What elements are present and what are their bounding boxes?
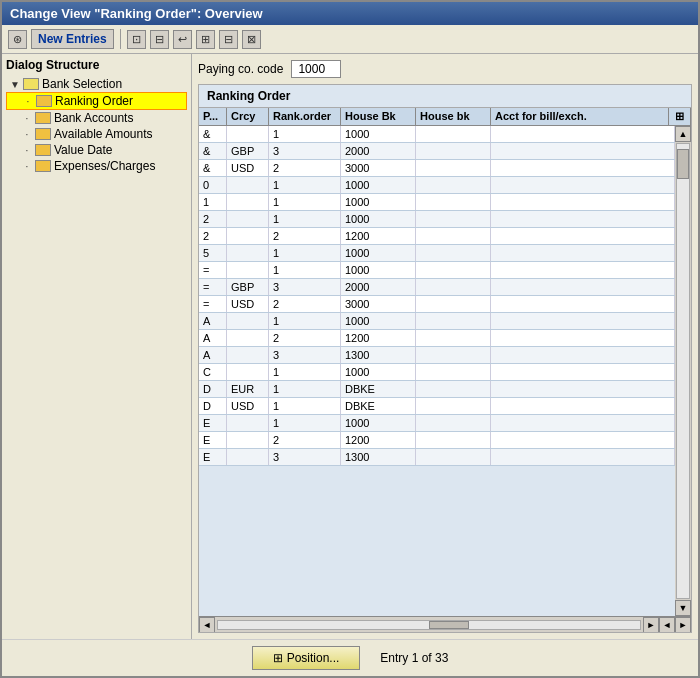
sidebar-item-expenses-charges[interactable]: · Expenses/Charges <box>6 158 187 174</box>
cell-hbk2 <box>416 160 491 176</box>
cell-hbk2 <box>416 449 491 465</box>
main-area: Dialog Structure ▼ Bank Selection · Rank… <box>2 54 698 639</box>
sidebar-item-available-amounts[interactable]: · Available Amounts <box>6 126 187 142</box>
h-scroll-far-left-btn[interactable]: ◄ <box>659 617 675 633</box>
window-title: Change View "Ranking Order": Overview <box>10 6 263 21</box>
cell-hbk2 <box>416 415 491 431</box>
table-row[interactable]: 5 1 1000 <box>199 245 675 262</box>
cell-hbk: 1300 <box>341 347 416 363</box>
sidebar-item-value-date[interactable]: · Value Date <box>6 142 187 158</box>
detail-btn[interactable]: ⊟ <box>219 30 238 49</box>
cell-rank: 2 <box>269 160 341 176</box>
table-row[interactable]: = USD 2 3000 <box>199 296 675 313</box>
title-bar: Change View "Ranking Order": Overview <box>2 2 698 25</box>
table-row[interactable]: A 2 1200 <box>199 330 675 347</box>
sidebar-item-ranking-order[interactable]: · Ranking Order <box>6 92 187 110</box>
col-header-rank: Rank.order <box>269 108 341 125</box>
table-wrapper: P... Crcy Rank.order House Bk House bk A… <box>199 108 691 632</box>
entry-info: Entry 1 of 33 <box>380 651 448 665</box>
cell-crcy: EUR <box>227 381 269 397</box>
cell-hbk: 1000 <box>341 194 416 210</box>
cell-acct <box>491 381 675 397</box>
cell-crcy <box>227 432 269 448</box>
cell-hbk2 <box>416 194 491 210</box>
cell-rank: 1 <box>269 398 341 414</box>
cell-hbk: 2000 <box>341 143 416 159</box>
new-entries-button[interactable]: New Entries <box>31 29 114 49</box>
table-row[interactable]: = 1 1000 <box>199 262 675 279</box>
cell-crcy <box>227 211 269 227</box>
cell-hbk: 1200 <box>341 330 416 346</box>
table-row[interactable]: & USD 2 3000 <box>199 160 675 177</box>
v-scroll-up-btn[interactable]: ▲ <box>675 126 691 142</box>
table-row[interactable]: 2 2 1200 <box>199 228 675 245</box>
cell-hbk2 <box>416 398 491 414</box>
cell-hbk: 2000 <box>341 279 416 295</box>
cell-hbk2 <box>416 228 491 244</box>
cell-acct <box>491 143 675 159</box>
table-row[interactable]: 1 1 1000 <box>199 194 675 211</box>
table-row[interactable]: 2 1 1000 <box>199 211 675 228</box>
cell-rank: 1 <box>269 313 341 329</box>
back-icon-btn[interactable]: ⊛ <box>8 30 27 49</box>
h-scroll-left-btn[interactable]: ◄ <box>199 617 215 633</box>
table-row[interactable]: A 3 1300 <box>199 347 675 364</box>
table-row[interactable]: E 2 1200 <box>199 432 675 449</box>
position-btn-label: Position... <box>287 651 340 665</box>
table-row[interactable]: A 1 1000 <box>199 313 675 330</box>
toolbar-separator-1 <box>120 29 121 49</box>
h-scroll-track[interactable] <box>217 620 641 630</box>
paying-value: 1000 <box>291 60 341 78</box>
table-row[interactable]: D USD 1 DBKE <box>199 398 675 415</box>
table-row[interactable]: D EUR 1 DBKE <box>199 381 675 398</box>
table-row[interactable]: E 1 1000 <box>199 415 675 432</box>
folder-icon-3 <box>35 112 51 124</box>
table-row[interactable]: 0 1 1000 <box>199 177 675 194</box>
cell-acct <box>491 194 675 210</box>
table-row[interactable]: & GBP 3 2000 <box>199 143 675 160</box>
h-scroll-extra-btns: ◄ ► <box>659 617 691 633</box>
cell-hbk2 <box>416 296 491 312</box>
position-button[interactable]: ⊞ Position... <box>252 646 361 670</box>
sidebar-item-bank-selection[interactable]: ▼ Bank Selection <box>6 76 187 92</box>
v-scroll-down-btn[interactable]: ▼ <box>675 600 691 616</box>
table-row[interactable]: & 1 1000 <box>199 126 675 143</box>
table-body[interactable]: & 1 1000 & GBP 3 2000 & USD 2 3000 0 1 1… <box>199 126 675 616</box>
h-scroll-far-right-btn[interactable]: ► <box>675 617 691 633</box>
table-and-scroll: & 1 1000 & GBP 3 2000 & USD 2 3000 0 1 1… <box>199 126 691 616</box>
cell-hbk: 3000 <box>341 296 416 312</box>
bottom-bar: ⊞ Position... Entry 1 of 33 <box>2 639 698 676</box>
search-btn[interactable]: ⊠ <box>242 30 261 49</box>
col-header-p: P... <box>199 108 227 125</box>
cell-rank: 1 <box>269 381 341 397</box>
table-row[interactable]: = GBP 3 2000 <box>199 279 675 296</box>
cell-p: D <box>199 398 227 414</box>
cell-hbk2 <box>416 126 491 142</box>
v-scrollbar[interactable]: ▲ ▼ <box>675 126 691 616</box>
ranking-title: Ranking Order <box>199 85 691 108</box>
info-btn[interactable]: ⊟ <box>150 30 169 49</box>
table-row[interactable]: E 3 1300 <box>199 449 675 466</box>
v-scroll-thumb[interactable] <box>677 149 689 179</box>
cell-acct <box>491 415 675 431</box>
undo-btn[interactable]: ↩ <box>173 30 192 49</box>
cell-rank: 2 <box>269 228 341 244</box>
sidebar-item-bank-accounts[interactable]: · Bank Accounts <box>6 110 187 126</box>
folder-icon-2 <box>36 95 52 107</box>
new-entries-label: New Entries <box>38 32 107 46</box>
copy-btn[interactable]: ⊡ <box>127 30 146 49</box>
cell-p: 1 <box>199 194 227 210</box>
v-scroll-track[interactable] <box>676 143 690 599</box>
table-row[interactable]: C 1 1000 <box>199 364 675 381</box>
cell-acct <box>491 398 675 414</box>
right-panel: Paying co. code 1000 Ranking Order P... … <box>192 54 698 639</box>
cell-hbk2 <box>416 313 491 329</box>
col-settings-btn[interactable]: ⊞ <box>669 108 691 125</box>
col-header-hbk: House Bk <box>341 108 416 125</box>
h-scroll-thumb[interactable] <box>429 621 469 629</box>
cell-acct <box>491 126 675 142</box>
save-btn[interactable]: ⊞ <box>196 30 215 49</box>
cell-crcy <box>227 415 269 431</box>
cell-p: C <box>199 364 227 380</box>
h-scroll-right-btn[interactable]: ► <box>643 617 659 633</box>
